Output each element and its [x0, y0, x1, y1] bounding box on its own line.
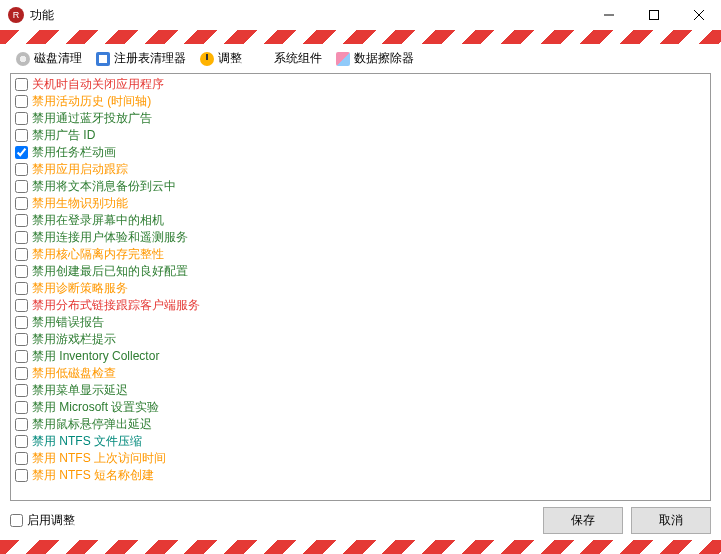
list-item-label: 禁用通过蓝牙投放广告: [32, 110, 152, 127]
tool-system-components[interactable]: 系统组件: [250, 48, 328, 69]
titlebar: R 功能: [0, 0, 721, 30]
list-item[interactable]: 禁用 NTFS 上次访问时间: [13, 450, 708, 467]
list-item[interactable]: 禁用诊断策略服务: [13, 280, 708, 297]
list-item-label: 禁用诊断策略服务: [32, 280, 128, 297]
options-list[interactable]: 关机时自动关闭应用程序禁用活动历史 (时间轴)禁用通过蓝牙投放广告禁用广告 ID…: [11, 74, 710, 500]
list-item-checkbox[interactable]: [15, 197, 28, 210]
list-item[interactable]: 禁用创建最后已知的良好配置: [13, 263, 708, 280]
list-item[interactable]: 关机时自动关闭应用程序: [13, 76, 708, 93]
list-item-label: 禁用 NTFS 上次访问时间: [32, 450, 166, 467]
minimize-button[interactable]: [586, 0, 631, 30]
list-item-checkbox[interactable]: [15, 469, 28, 482]
list-item-label: 禁用连接用户体验和遥测服务: [32, 229, 188, 246]
eraser-icon: [336, 52, 350, 66]
list-item[interactable]: 禁用任务栏动画: [13, 144, 708, 161]
list-item-checkbox[interactable]: [15, 452, 28, 465]
app-icon: R: [8, 7, 24, 23]
list-item-label: 禁用菜单显示延迟: [32, 382, 128, 399]
list-item-checkbox[interactable]: [15, 231, 28, 244]
list-item-label: 关机时自动关闭应用程序: [32, 76, 164, 93]
maximize-button[interactable]: [631, 0, 676, 30]
list-item-label: 禁用错误报告: [32, 314, 104, 331]
enable-adjust-toggle[interactable]: 启用调整: [10, 512, 75, 529]
list-item-label: 禁用游戏栏提示: [32, 331, 116, 348]
list-item-label: 禁用 Microsoft 设置实验: [32, 399, 159, 416]
list-item[interactable]: 禁用通过蓝牙投放广告: [13, 110, 708, 127]
list-item[interactable]: 禁用广告 ID: [13, 127, 708, 144]
tool-adjust[interactable]: 调整: [194, 48, 248, 69]
list-item[interactable]: 禁用错误报告: [13, 314, 708, 331]
save-button[interactable]: 保存: [543, 507, 623, 534]
list-item-label: 禁用任务栏动画: [32, 144, 116, 161]
list-item[interactable]: 禁用鼠标悬停弹出延迟: [13, 416, 708, 433]
list-item-label: 禁用应用启动跟踪: [32, 161, 128, 178]
list-item-checkbox[interactable]: [15, 129, 28, 142]
list-item[interactable]: 禁用核心隔离内存完整性: [13, 246, 708, 263]
list-item[interactable]: 禁用应用启动跟踪: [13, 161, 708, 178]
list-item-checkbox[interactable]: [15, 95, 28, 108]
list-item-checkbox[interactable]: [15, 248, 28, 261]
list-item[interactable]: 禁用在登录屏幕中的相机: [13, 212, 708, 229]
tool-data-eraser[interactable]: 数据擦除器: [330, 48, 420, 69]
tool-disk-cleanup[interactable]: 磁盘清理: [10, 48, 88, 69]
enable-adjust-checkbox[interactable]: [10, 514, 23, 527]
list-item[interactable]: 禁用游戏栏提示: [13, 331, 708, 348]
list-item-label: 禁用鼠标悬停弹出延迟: [32, 416, 152, 433]
list-item-checkbox[interactable]: [15, 180, 28, 193]
list-item-checkbox[interactable]: [15, 333, 28, 346]
list-item[interactable]: 禁用菜单显示延迟: [13, 382, 708, 399]
tool-registry-cleaner[interactable]: 注册表清理器: [90, 48, 192, 69]
hazard-stripe-bottom: [0, 540, 721, 554]
list-item-checkbox[interactable]: [15, 163, 28, 176]
list-item-checkbox[interactable]: [15, 435, 28, 448]
list-item-checkbox[interactable]: [15, 316, 28, 329]
list-item[interactable]: 禁用 Microsoft 设置实验: [13, 399, 708, 416]
close-button[interactable]: [676, 0, 721, 30]
list-item[interactable]: 禁用连接用户体验和遥测服务: [13, 229, 708, 246]
list-item[interactable]: 禁用 Inventory Collector: [13, 348, 708, 365]
list-item-checkbox[interactable]: [15, 299, 28, 312]
content-panel: 关机时自动关闭应用程序禁用活动历史 (时间轴)禁用通过蓝牙投放广告禁用广告 ID…: [10, 73, 711, 501]
list-item[interactable]: 禁用 NTFS 文件压缩: [13, 433, 708, 450]
list-item-label: 禁用核心隔离内存完整性: [32, 246, 164, 263]
adjust-icon: [200, 52, 214, 66]
list-item[interactable]: 禁用分布式链接跟踪客户端服务: [13, 297, 708, 314]
list-item-checkbox[interactable]: [15, 350, 28, 363]
list-item-label: 禁用在登录屏幕中的相机: [32, 212, 164, 229]
svg-rect-0: [649, 11, 658, 20]
list-item-checkbox[interactable]: [15, 367, 28, 380]
windows-icon: [256, 52, 270, 66]
footer: 启用调整 保存 取消: [0, 501, 721, 540]
list-item-label: 禁用 NTFS 文件压缩: [32, 433, 142, 450]
list-item-checkbox[interactable]: [15, 214, 28, 227]
enable-adjust-label: 启用调整: [27, 512, 75, 529]
cancel-button[interactable]: 取消: [631, 507, 711, 534]
list-item-label: 禁用分布式链接跟踪客户端服务: [32, 297, 200, 314]
list-item-label: 禁用将文本消息备份到云中: [32, 178, 176, 195]
tool-registry-label: 注册表清理器: [114, 50, 186, 67]
registry-icon: [96, 52, 110, 66]
list-item-checkbox[interactable]: [15, 384, 28, 397]
tool-system-label: 系统组件: [274, 50, 322, 67]
list-item-label: 禁用低磁盘检查: [32, 365, 116, 382]
list-item-checkbox[interactable]: [15, 401, 28, 414]
list-item-checkbox[interactable]: [15, 282, 28, 295]
hazard-stripe-top: [0, 30, 721, 44]
disk-icon: [16, 52, 30, 66]
list-item-checkbox[interactable]: [15, 112, 28, 125]
list-item-label: 禁用 Inventory Collector: [32, 348, 159, 365]
list-item-checkbox[interactable]: [15, 265, 28, 278]
list-item-checkbox[interactable]: [15, 146, 28, 159]
list-item-checkbox[interactable]: [15, 78, 28, 91]
list-item-label: 禁用生物识别功能: [32, 195, 128, 212]
list-item-checkbox[interactable]: [15, 418, 28, 431]
tool-adjust-label: 调整: [218, 50, 242, 67]
list-item[interactable]: 禁用低磁盘检查: [13, 365, 708, 382]
list-item-label: 禁用创建最后已知的良好配置: [32, 263, 188, 280]
list-item-label: 禁用活动历史 (时间轴): [32, 93, 151, 110]
list-item[interactable]: 禁用活动历史 (时间轴): [13, 93, 708, 110]
list-item[interactable]: 禁用生物识别功能: [13, 195, 708, 212]
list-item[interactable]: 禁用 NTFS 短名称创建: [13, 467, 708, 484]
tool-eraser-label: 数据擦除器: [354, 50, 414, 67]
list-item[interactable]: 禁用将文本消息备份到云中: [13, 178, 708, 195]
